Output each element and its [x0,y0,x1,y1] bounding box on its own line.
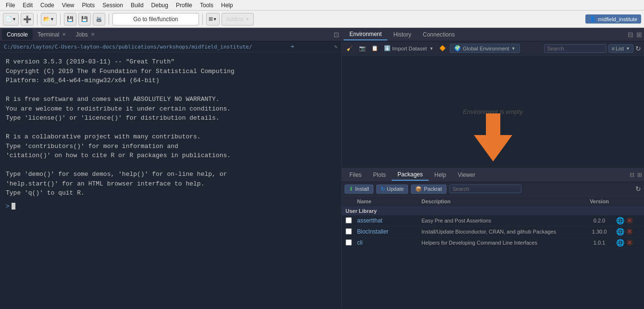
console-line-5: You are welcome to redistribute it under… [6,104,335,114]
pkg-refresh-button[interactable]: ↻ [635,185,641,193]
list-label: List [616,46,624,51]
clear-icon: 🔶 [439,45,446,51]
pkg-globe-1[interactable]: 🌐 [616,228,624,235]
open-button[interactable]: 📂 ▼ [41,13,57,25]
import-dataset-button[interactable]: ⬇️ Import Dataset ▼ [382,44,435,52]
env-load-button[interactable]: 📋 [370,44,380,52]
pkg-search-input[interactable] [449,185,521,193]
menu-edit[interactable]: Edit [19,1,37,10]
menu-plots[interactable]: Plots [78,1,99,10]
save-icon: 💾 [67,16,74,22]
tab-console[interactable]: Console [2,29,33,40]
console-area[interactable]: R version 3.5.3 (2019-03-11) -- "Great T… [0,52,341,309]
path-arrow-icon[interactable]: ➜ [290,43,294,50]
console-line-9: Type 'contributors()' for more informati… [6,142,335,151]
pkg-delete-2[interactable]: ✕ [626,239,633,246]
tab-jobs[interactable]: Jobs ✕ [71,29,99,40]
bottom-minimize-icon[interactable]: ⊟ [630,172,634,178]
addins-button[interactable]: Addins ▼ [222,13,254,25]
install-button[interactable]: ⬇ Install [345,185,373,194]
new-file-button[interactable]: 📄 ▼ [3,13,19,25]
tab-terminal-close[interactable]: ✕ [62,32,66,37]
menu-file[interactable]: File [2,1,19,10]
tab-connections[interactable]: Connections [417,29,461,40]
tab-history-label: History [393,31,411,38]
expand-icon[interactable]: ⊡ [334,31,339,38]
bottom-maximize-icon[interactable]: ⊞ [637,172,642,178]
env-camera-button[interactable]: 📷 [357,44,368,52]
menu-debug[interactable]: Debug [148,1,172,10]
env-clear-button[interactable]: 🔶 [437,44,448,52]
tab-jobs-close[interactable]: ✕ [91,32,95,37]
update-label: Update [387,186,404,192]
console-line-14: Type 'q()' to quit R. [6,188,335,198]
pkg-desc-1: Install/Update Bioconductor, CRAN, and g… [421,229,582,235]
right-top-icons: ⊟ ⊞ [628,31,642,38]
env-broom-button[interactable]: 🧹 [345,44,355,52]
pkg-checkbox-0[interactable] [346,217,357,223]
save-button[interactable]: 💾 [64,13,76,25]
pkg-ver-1: 1.30.0 [582,229,616,235]
menu-profile[interactable]: Profile [172,1,196,10]
console-line-4: R is free software and comes with ABSOLU… [6,95,335,104]
left-panel: Console Terminal ✕ Jobs ✕ ⊡ C:/Users/lay… [0,28,341,309]
pkg-name-0[interactable]: assertthat [357,217,421,224]
packrat-button[interactable]: 📦 Packrat [411,185,446,194]
pkg-check-2[interactable] [346,239,352,246]
console-line-3 [6,86,335,95]
update-button[interactable]: ↻ Update [376,185,408,194]
menu-tools[interactable]: Tools [196,1,217,10]
pkg-checkbox-1[interactable] [346,228,357,235]
pkg-delete-1[interactable]: ✕ [626,228,633,235]
menu-view[interactable]: View [58,1,78,10]
console-prompt[interactable]: > [6,202,335,211]
tab-packages[interactable]: Packages [392,169,429,181]
pkg-delete-0[interactable]: ✕ [626,217,633,224]
right-top: Environment History Connections ⊟ ⊞ 🧹 [342,28,644,169]
pkg-icons-1: 🌐 ✕ [616,228,640,235]
menu-help[interactable]: Help [217,1,237,10]
print-button[interactable]: 🖨️ [93,13,105,25]
print-icon: 🖨️ [96,16,102,22]
global-env-arrow: ▼ [511,46,516,51]
pkg-table-header: Name Description Version [342,197,644,207]
tab-plots[interactable]: Plots [367,170,392,180]
pkg-globe-0[interactable]: 🌐 [616,217,624,224]
pkg-name-1[interactable]: BiocInstaller [357,228,421,235]
tab-history[interactable]: History [387,29,417,40]
go-to-file-button[interactable]: Go to file/function [112,13,199,25]
pkg-toolbar: ⬇ Install ↻ Update 📦 Packrat ↻ [342,182,644,197]
bottom-tab-icons: ⊟ ⊞ [630,172,642,178]
env-refresh-button[interactable]: ↻ [635,45,641,52]
menu-session[interactable]: Session [99,1,127,10]
env-empty-area: Environment is empty [342,56,644,168]
console-line-10: 'citation()' on how to cite R or R packa… [6,151,335,161]
finder-dropdown-icon: ▼ [213,17,217,22]
finder-button[interactable]: ⊞ ▼ [206,13,220,25]
env-search-input[interactable] [544,44,607,53]
menu-build[interactable]: Build [127,1,148,10]
global-env-dropdown[interactable]: 🌍 Global Environment ▼ [450,44,520,53]
save-all-button[interactable]: 💾 [78,13,91,25]
minimize-icon[interactable]: ⊟ [628,31,633,38]
pkg-name-2[interactable]: cli [357,239,421,246]
user-badge: 👤 midfield_institute [585,14,641,24]
header-desc: Description [421,198,582,204]
menu-code[interactable]: Code [37,1,58,10]
maximize-icon[interactable]: ⊞ [636,31,642,38]
add-button[interactable]: ➕ [21,13,34,25]
pkg-globe-2[interactable]: 🌐 [616,239,624,247]
tab-terminal[interactable]: Terminal ✕ [33,29,71,40]
go-to-file-label: Go to file/function [133,16,178,23]
tab-viewer[interactable]: Viewer [452,170,481,180]
edit-path-icon[interactable]: ✎ [334,44,337,50]
pkg-checkbox-2[interactable] [346,239,357,246]
tab-files[interactable]: Files [344,170,367,180]
list-button[interactable]: ≡ List ▼ [608,44,633,53]
console-line-6: Type 'license()' or 'licence()' for dist… [6,113,335,123]
pkg-check-1[interactable] [346,228,352,235]
header-name: Name [357,198,421,204]
pkg-check-0[interactable] [346,217,352,223]
tab-environment[interactable]: Environment [344,29,387,40]
tab-help[interactable]: Help [429,170,452,180]
